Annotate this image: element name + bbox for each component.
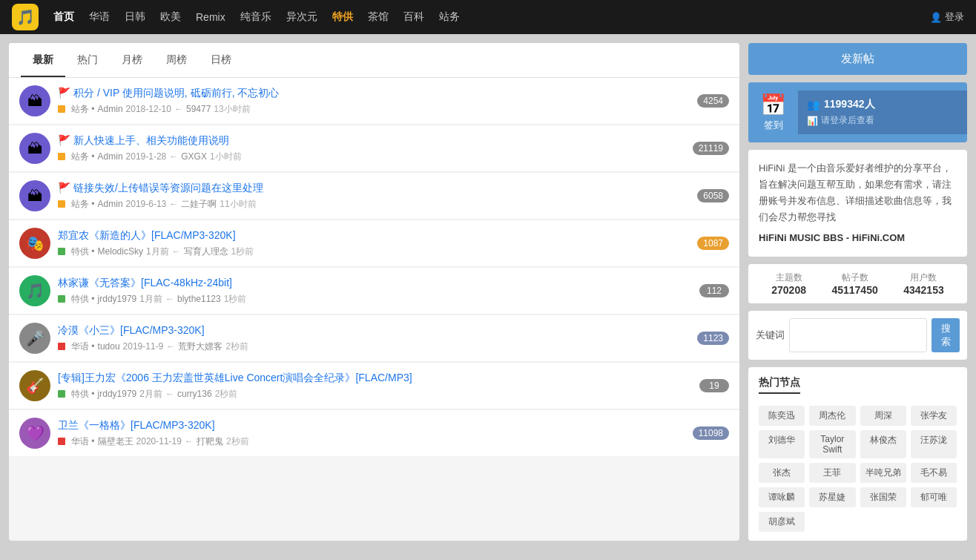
- post-title[interactable]: 🚩积分 / VIP 使用问题说明, 砥砺前行, 不忘初心: [58, 87, 690, 100]
- post-author[interactable]: jrddy1979: [98, 389, 137, 399]
- post-title[interactable]: 🚩新人快速上手、相关功能使用说明: [58, 134, 685, 148]
- hot-node-tag[interactable]: 苏星婕: [809, 487, 855, 507]
- reply-count: 1087: [697, 237, 729, 250]
- nav-item-remix[interactable]: Remix: [196, 11, 225, 23]
- search-input[interactable]: [789, 318, 927, 352]
- stat-topics: 主题数 270208: [771, 271, 806, 296]
- main-container: 最新 热门 月榜 周榜 日榜 🏔🚩积分 / VIP 使用问题说明, 砥砺前行, …: [0, 34, 976, 550]
- post-author[interactable]: MelodicSky: [98, 246, 143, 257]
- hot-node-tag[interactable]: 谭咏麟: [759, 487, 805, 507]
- post-author[interactable]: Admin: [98, 199, 123, 209]
- sidebar: 发新帖 📅 签到 👥 1199342人 📊 请登录后查看: [748, 43, 967, 541]
- post-author[interactable]: 隔壁老王: [98, 435, 133, 448]
- arrow-icon: ←: [169, 199, 178, 209]
- post-avatar: 💜: [19, 418, 50, 449]
- user-icon: 👤: [930, 12, 942, 23]
- tab-hot[interactable]: 热门: [65, 43, 110, 77]
- post-date: 1月前: [139, 293, 162, 306]
- post-author[interactable]: Admin: [98, 151, 123, 162]
- hot-node-tag[interactable]: 张杰: [759, 463, 805, 483]
- nav-item-service[interactable]: 站务: [439, 10, 460, 24]
- last-reply-user[interactable]: blythe1123: [177, 294, 221, 304]
- post-body: 卫兰《一格格》[FLAC/MP3-320K]华语 • 隔壁老王 2020-11-…: [58, 419, 685, 448]
- hot-node-tag[interactable]: 张国荣: [860, 487, 906, 507]
- post-meta: 华语 • tudou 2019-11-9 ← 荒野大嫖客 2秒前: [58, 340, 690, 353]
- post-author[interactable]: tudou: [98, 341, 120, 352]
- post-item: 🎤冷漠《小三》[FLAC/MP3-320K]华语 • tudou 2019-11…: [9, 315, 739, 361]
- post-date: 2月前: [139, 388, 162, 401]
- hot-node-tag[interactable]: 周深: [860, 406, 906, 426]
- last-reply-user[interactable]: GXGX: [181, 151, 207, 162]
- login-button[interactable]: 👤 登录: [930, 10, 964, 24]
- post-item: 🎭郑宜农《新造的人》[FLAC/MP3-320K]特供 • MelodicSky…: [9, 220, 739, 266]
- tab-monthly[interactable]: 月榜: [110, 43, 154, 77]
- hot-node-tag[interactable]: 毛不易: [911, 463, 957, 483]
- category-tag: [58, 248, 65, 255]
- hot-node-tag[interactable]: 胡彦斌: [759, 512, 805, 532]
- hot-node-tag[interactable]: 张学友: [911, 406, 957, 426]
- hot-node-tag[interactable]: 郁可唯: [911, 487, 957, 507]
- last-reply-user[interactable]: 荒野大嫖客: [178, 340, 222, 353]
- reply-count: 6058: [697, 189, 729, 202]
- post-title[interactable]: 🚩链接失效/上传错误等资源问题在这里处理: [58, 182, 690, 195]
- post-author[interactable]: Admin: [98, 104, 123, 114]
- post-title[interactable]: 卫兰《一格格》[FLAC/MP3-320K]: [58, 419, 685, 432]
- tab-latest[interactable]: 最新: [21, 43, 65, 77]
- post-meta: 站务 • Admin 2019-1-28 ← GXGX 1小时前: [58, 151, 685, 163]
- hot-node-tag[interactable]: 周杰伦: [809, 406, 855, 426]
- tab-daily[interactable]: 日榜: [199, 43, 243, 77]
- last-reply-user[interactable]: 写育人理念: [184, 246, 228, 258]
- hot-node-tag[interactable]: Taylor Swift: [809, 430, 855, 458]
- post-time: 2秒前: [215, 388, 238, 401]
- post-category: 站务 •: [71, 198, 95, 211]
- hot-node-tag[interactable]: 半吨兄弟: [860, 463, 906, 483]
- last-reply-user[interactable]: curry136: [177, 389, 212, 399]
- hot-node-tag[interactable]: 林俊杰: [860, 430, 906, 458]
- post-avatar: 🏔: [19, 133, 50, 164]
- site-logo[interactable]: 🎵: [12, 4, 39, 30]
- post-body: [专辑]王力宏《2006 王力宏盖世英雄Live Concert演唱会全纪录》[…: [58, 372, 692, 401]
- post-title[interactable]: 林家谦《无答案》[FLAC-48kHz-24bit]: [58, 277, 692, 290]
- nav-item-japanese-korean[interactable]: 日韩: [125, 10, 145, 24]
- search-box: 关键词 搜索: [748, 311, 967, 360]
- post-author[interactable]: jrddy1979: [98, 294, 137, 304]
- last-reply-user[interactable]: 59477: [186, 104, 211, 114]
- post-date: 2019-1-28: [126, 151, 167, 162]
- info-text: HiFiNi 是一个由音乐爱好者维护的分享平台，旨在解决问题互帮互助，如果您有需…: [759, 162, 952, 223]
- nav-item-teahouse[interactable]: 茶馆: [368, 10, 389, 24]
- nav-menu: 首页 华语 日韩 欧美 Remix 纯音乐 异次元 特供 茶馆 百科 站务: [53, 10, 460, 24]
- new-post-button[interactable]: 发新帖: [748, 43, 967, 75]
- post-title[interactable]: 郑宜农《新造的人》[FLAC/MP3-320K]: [58, 229, 690, 243]
- nav-item-chinese[interactable]: 华语: [89, 10, 110, 24]
- pin-icon: 🚩: [58, 87, 70, 99]
- nav-item-instrumental[interactable]: 纯音乐: [240, 10, 271, 24]
- nav-item-special[interactable]: 特供: [332, 10, 353, 24]
- category-tag: [58, 438, 65, 445]
- post-time: 13小时前: [214, 103, 250, 116]
- signin-button[interactable]: 📅 签到: [748, 82, 798, 142]
- hot-node-tag[interactable]: 王菲: [809, 463, 855, 483]
- tab-bar: 最新 热门 月榜 周榜 日榜: [9, 43, 739, 78]
- post-title[interactable]: 冷漠《小三》[FLAC/MP3-320K]: [58, 324, 690, 337]
- post-meta: 特供 • jrddy1979 1月前 ← blythe1123 1秒前: [58, 293, 692, 306]
- post-date: 2019-11-9: [123, 341, 164, 352]
- hot-node-tag[interactable]: 陈奕迅: [759, 406, 805, 426]
- post-meta: 特供 • MelodicSky 1月前 ← 写育人理念 1秒前: [58, 246, 690, 258]
- last-reply-user[interactable]: 打靶鬼: [197, 435, 223, 448]
- last-reply-user[interactable]: 二娃子啊: [181, 198, 217, 211]
- search-button[interactable]: 搜索: [932, 318, 960, 352]
- nav-item-western[interactable]: 欧美: [160, 10, 181, 24]
- hot-node-tag[interactable]: 汪苏泷: [911, 430, 957, 458]
- tab-weekly[interactable]: 周榜: [154, 43, 199, 77]
- post-title[interactable]: [专辑]王力宏《2006 王力宏盖世英雄Live Concert演唱会全纪录》[…: [58, 372, 692, 385]
- stat-posts-label: 帖子数: [831, 271, 877, 284]
- nav-item-home[interactable]: 首页: [53, 10, 74, 24]
- nav-item-wiki[interactable]: 百科: [403, 10, 424, 24]
- reply-count: 11098: [693, 426, 729, 440]
- category-tag: [58, 390, 65, 398]
- signin-box: 📅 签到 👥 1199342人 📊 请登录后查看: [748, 82, 967, 142]
- hot-node-tag[interactable]: 刘德华: [759, 430, 805, 458]
- post-category: 华语 •: [71, 340, 95, 353]
- post-date: 2018-12-10: [126, 104, 171, 114]
- nav-item-alternate[interactable]: 异次元: [286, 10, 317, 24]
